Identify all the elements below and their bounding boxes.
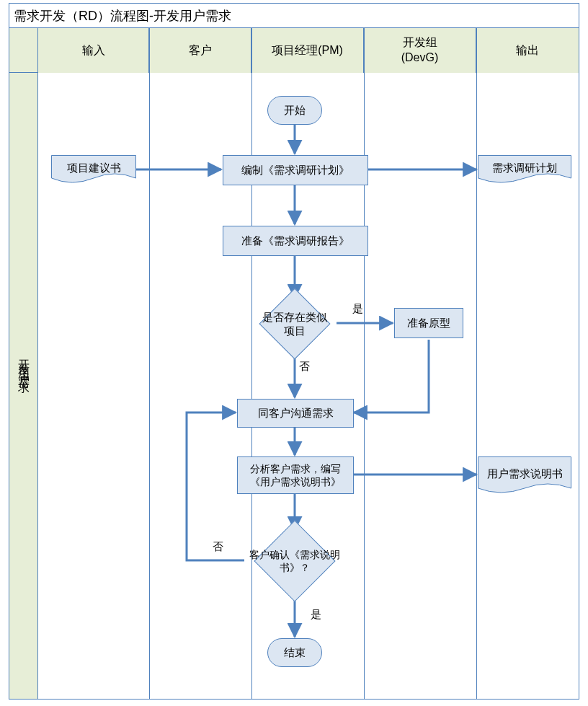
lane-header-customer: 客户 (149, 28, 251, 73)
node-communicate: 同客户沟通需求 (237, 399, 354, 428)
lane-header-pm: 项目经理(PM) (251, 28, 364, 73)
lane-divider (364, 28, 365, 699)
lane-header-output: 输出 (476, 28, 579, 73)
node-output-plan-label: 需求调研计划 (478, 155, 571, 181)
node-plan: 编制《需求调研计划》 (223, 155, 368, 185)
node-doc-input: 项目建议书 (51, 155, 136, 187)
lane-header-devg-line1: 开发组 (401, 35, 439, 50)
node-analyze: 分析客户需求，编写《用户需求说明书》 (237, 456, 354, 494)
diagram-border: 需求开发（RD）流程图-开发用户需求 开发用户需求 输入 客户 项目经理(PM)… (9, 3, 579, 700)
edge-label-no-confirm: 否 (213, 540, 223, 554)
node-doc-input-label: 项目建议书 (51, 155, 136, 181)
edge-label-yes-confirm: 是 (311, 608, 321, 622)
lane-header-devg-line2: (DevG) (401, 50, 439, 66)
node-decision-similar: 是否存在类似项目 (253, 298, 337, 350)
node-output-spec: 用户需求说明书 (478, 456, 571, 497)
node-decision-confirm-label: 客户确认《需求说明书》？ (244, 531, 345, 591)
lane-header-devg: 开发组 (DevG) (364, 28, 476, 73)
lane-divider (149, 28, 150, 699)
node-decision-confirm: 客户确认《需求说明书》？ (244, 531, 345, 591)
node-report: 准备《需求调研报告》 (223, 226, 368, 256)
lane-header-input: 输入 (38, 28, 149, 73)
node-end: 结束 (267, 638, 322, 667)
vertical-lane-label-col: 开发用户需求 (9, 28, 38, 699)
diagram-title: 需求开发（RD）流程图-开发用户需求 (9, 4, 579, 28)
vertical-lane-label: 开发用户需求 (16, 350, 31, 376)
node-output-plan: 需求调研计划 (478, 155, 571, 187)
node-output-spec-label: 用户需求说明书 (478, 456, 571, 491)
node-start: 开始 (267, 96, 322, 125)
lane-header-row: 输入 客户 项目经理(PM) 开发组 (DevG) 输出 (9, 28, 579, 73)
lane-divider (476, 28, 477, 699)
node-decision-similar-label: 是否存在类似项目 (253, 298, 337, 350)
lane-divider (251, 28, 252, 699)
node-prototype: 准备原型 (394, 308, 463, 338)
flowchart-diagram: 需求开发（RD）流程图-开发用户需求 开发用户需求 输入 客户 项目经理(PM)… (0, 0, 588, 706)
edge-label-yes-similar: 是 (352, 302, 363, 316)
edge-label-no-similar: 否 (299, 360, 310, 374)
